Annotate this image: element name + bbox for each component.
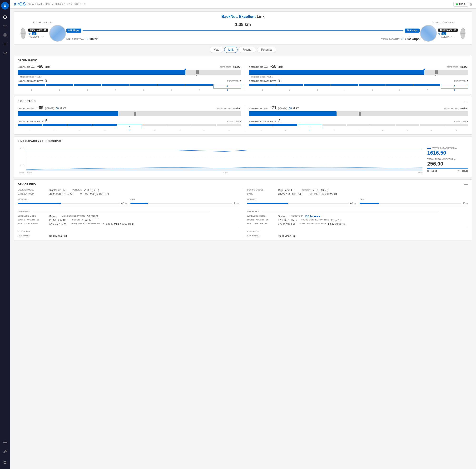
sidebar-icon-settings[interactable]: [1, 439, 9, 446]
local-signal-60-expected-val: -58 dBm: [233, 66, 241, 68]
svg-rect-18: [5, 463, 6, 464]
remote-ethernet-label: ETHERNET: [247, 230, 260, 233]
remote-model-row: DEVICE MODEL GigaBeam LR VERSION v1.3.0 …: [247, 189, 468, 192]
local-tx-rx-60-row: 60GHZ TX/RX BYTES 1165 G / 97.0 G SECURI…: [18, 219, 239, 221]
local-signal-5-unit: dBm: [60, 107, 66, 110]
local-rate-5-label: LOCAL RX DATA RATE: [18, 120, 43, 123]
tab-fresnel[interactable]: Fresnel: [238, 47, 256, 53]
svg-point-14: [4, 442, 6, 443]
remote-wireless-mode-row: WIRELESS MODE Station REMOTE IP 192.1●.●…: [247, 215, 468, 218]
local-lan-row: LAN SPEED 1000 Mbps-Full: [18, 234, 239, 237]
local-wireless-mode-row: WIRELESS MODE Master LINK SERVICE UPTIME…: [18, 215, 239, 218]
local-cpu-block: CPU 17 %: [130, 197, 239, 205]
remote-ip-val: 192.1●.●●●.●: [305, 215, 321, 218]
link-line: [83, 31, 404, 31]
export-icon[interactable]: ⎘: [470, 2, 472, 6]
local-signal-5-delta: Δ0: [56, 107, 59, 110]
link-potential-value: 100 %: [89, 37, 98, 41]
local-rate-5-value: 5: [45, 119, 47, 123]
local-model-row: DEVICE MODEL GigaBeam LR VERSION v1.3.0 …: [18, 189, 239, 192]
tab-potential[interactable]: Potential: [257, 47, 276, 53]
local-wifi-icon: [28, 32, 31, 35]
link-quality: Excellent: [239, 15, 255, 18]
y-label-mbps: Mbps: [18, 172, 24, 174]
local-signal-60-minreq: MIN REQUIRED -72 dBm: [20, 76, 42, 78]
local-channel-badge: 50: [32, 32, 36, 35]
local-cpu-val: 17 %: [234, 202, 239, 205]
sidebar-icon-list[interactable]: [1, 40, 9, 48]
remote-signal-60-expected-val: -58 dBm: [459, 66, 468, 68]
remote-conn-5-label: 5GHZ CONNECTION TIME: [299, 222, 326, 225]
remote-signal-5-value: -71: [270, 105, 276, 110]
uisp-button[interactable]: UISP: [453, 2, 468, 7]
local-rate-5-current: 5: [117, 124, 142, 129]
device-info-remote: DEVICE MODEL GigaBeam LR VERSION v1.3.0 …: [243, 189, 468, 237]
local-link-uptime-label: LINK SERVICE UPTIME: [62, 215, 85, 218]
local-ethernet-header: ETHERNET: [18, 227, 239, 233]
remote-rate-60-bars: 8: [249, 84, 468, 88]
svg-rect-15: [3, 461, 5, 462]
link-distance: 1.38 km: [235, 22, 251, 27]
total-capacity-info-icon[interactable]: ⓘ: [401, 37, 403, 41]
tab-map[interactable]: Map: [210, 47, 223, 53]
link-potential-label: LINK POTENTIAL: [67, 38, 84, 40]
remote-rate-60-current: 8: [441, 84, 468, 88]
device-info-local: DEVICE MODEL GigaBeam LR VERSION v1.3.0 …: [18, 189, 243, 237]
ubiquiti-logo[interactable]: U: [1, 2, 9, 10]
svg-rect-13: [6, 52, 7, 53]
rate-bar-1: [18, 84, 45, 86]
device-info-section: DEVICE INFO — DEVICE MODEL GigaBeam LR V…: [14, 179, 472, 241]
tab-link[interactable]: Link: [224, 47, 238, 53]
remote-rate-5-current: 3: [298, 124, 322, 129]
sidebar-icon-wrench[interactable]: [1, 448, 9, 455]
local-wireless-header: WIRELESS: [18, 207, 239, 213]
local-device-circle: [49, 25, 66, 42]
brand-accent: air: [14, 2, 19, 6]
local-mac: 74:AC:B9:8●:●●: [28, 36, 44, 38]
throughput-chart-wrapper: 2000 1000 Mbps: [18, 145, 423, 174]
local-security-label: SECURITY: [72, 219, 83, 221]
sidebar-icon-dashboard[interactable]: [1, 13, 9, 21]
local-signal-60-expected-label: EXPECTED: [220, 66, 231, 68]
link-potential-info-icon[interactable]: ⓘ: [86, 37, 88, 41]
sidebar-icon-sliders[interactable]: [1, 49, 9, 57]
remote-tx-rx-60-val: 97.0 G / 1165 G: [278, 219, 297, 221]
radio-5ghz-collapse-icon[interactable]: —: [464, 99, 468, 103]
device-info-collapse-icon[interactable]: —: [464, 182, 468, 186]
link-center: 1.38 km 809 Mbps 809 Mbps LINK POTENTIAL…: [67, 22, 420, 41]
radio-60ghz-section: 60 GHz RADIO LOCAL SIGNAL -60 dBm EXPECT…: [14, 56, 472, 94]
topbar-right: UISP ⎘: [453, 2, 472, 7]
remote-signal-60-bar: [249, 70, 424, 75]
local-date-label: DATE (SYNCED): [18, 193, 49, 195]
local-rate-60-value: 8: [45, 79, 47, 82]
sidebar-icon-grid[interactable]: [1, 459, 9, 466]
remote-rate-5-bars: 3: [249, 124, 468, 129]
radio-60ghz-header: 60 GHz RADIO: [18, 59, 468, 62]
local-cpu-label: CPU: [130, 198, 135, 200]
remote-wireless-label: WIRELESS: [247, 210, 259, 213]
remote-memory-block: MEMORY 40 %: [247, 197, 356, 205]
sidebar-icon-globe[interactable]: [1, 31, 9, 39]
capacity-legend-line: [427, 148, 431, 149]
remote-tx-rx-5-row: 5GHZ TX/RX BYTES 176 M / 934 M 5GHZ CONN…: [247, 222, 468, 225]
local-model-label: DEVICE MODEL: [18, 189, 49, 192]
remote-signal-5-marker: [359, 112, 361, 115]
local-memory-label: MEMORY: [18, 198, 27, 200]
remote-signal-60-expected-label: EXPECTED: [447, 66, 459, 68]
local-rate-5-bars: 5: [18, 124, 241, 129]
local-rate-5-expected-val: 5: [240, 120, 241, 123]
rx-value: 16.64: [431, 170, 437, 172]
app-brand: airOS: [14, 2, 26, 7]
remote-rate-60-label: REMOTE RX DATA RATE: [249, 80, 276, 82]
local-signal-5-label: LOCAL SIGNAL: [18, 107, 35, 110]
tx-bar-fill: [430, 168, 468, 169]
remote-signal-60-label: REMOTE SIGNAL: [249, 66, 269, 68]
remote-wifi-icon: [438, 32, 441, 35]
throughput-chart-svg: [26, 145, 423, 171]
sidebar-icon-wireless[interactable]: [1, 22, 9, 30]
rx-tx-bar: [427, 168, 468, 169]
total-throughput-stat-value: 256.00: [427, 161, 468, 167]
total-capacity-value: 1.62 Gbps: [405, 37, 420, 41]
svg-point-1: [5, 27, 5, 27]
local-ethernet-label: ETHERNET: [18, 230, 31, 233]
